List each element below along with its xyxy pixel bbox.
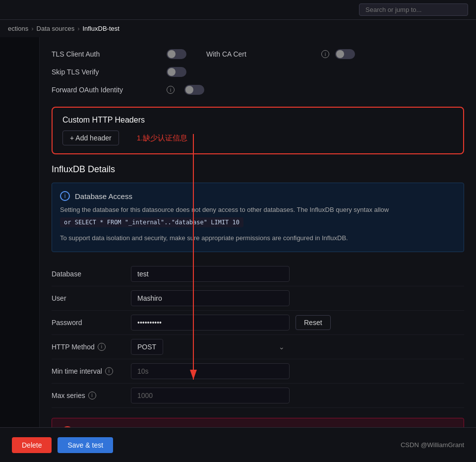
reset-button[interactable]: Reset bbox=[296, 315, 331, 330]
forward-oauth-info-icon[interactable]: i bbox=[167, 86, 175, 94]
database-label: Database bbox=[52, 270, 131, 278]
db-access-desc2: To support data isolation and security, … bbox=[60, 233, 456, 244]
user-label: User bbox=[52, 294, 131, 302]
http-method-select-wrapper: POST GET ⌄ bbox=[131, 339, 290, 355]
database-field-row: Database bbox=[52, 262, 464, 286]
save-test-button[interactable]: Save & test bbox=[58, 437, 113, 453]
db-access-icon: i bbox=[60, 191, 70, 201]
max-series-info-icon[interactable]: i bbox=[88, 392, 96, 399]
max-series-input[interactable] bbox=[131, 388, 290, 403]
tls-client-auth-toggle[interactable] bbox=[167, 49, 186, 59]
db-access-title: Database Access bbox=[75, 192, 132, 200]
sidebar bbox=[0, 37, 40, 460]
delete-button[interactable]: Delete bbox=[12, 437, 52, 453]
min-time-interval-field-row: Min time interval i bbox=[52, 359, 464, 384]
annotation-text: 1.缺少认证信息 bbox=[137, 133, 188, 143]
with-ca-cert-label: With CA Cert bbox=[206, 50, 315, 58]
breadcrumb-datasources[interactable]: Data sources bbox=[37, 25, 75, 32]
http-method-label: HTTP Method i bbox=[52, 343, 131, 351]
custom-headers-title: Custom HTTP Headers bbox=[62, 116, 453, 125]
user-input[interactable] bbox=[131, 290, 290, 306]
add-header-button[interactable]: + Add header bbox=[62, 131, 119, 145]
http-method-select[interactable]: POST GET bbox=[131, 339, 163, 355]
forward-oauth-toggle[interactable] bbox=[184, 85, 204, 95]
password-input[interactable] bbox=[131, 315, 290, 330]
db-access-code: or SELECT * FROM "_internal".."database"… bbox=[60, 217, 243, 227]
watermark-text: CSDN @WilliamGrant bbox=[401, 441, 464, 449]
breadcrumb-connections[interactable]: ections bbox=[8, 25, 28, 32]
password-label: Password bbox=[52, 319, 131, 327]
user-field-row: User bbox=[52, 286, 464, 311]
db-access-desc1: Setting the database for this datasource… bbox=[60, 205, 456, 215]
tls-section: TLS Client Auth With CA Cert i Sk bbox=[52, 45, 464, 99]
breadcrumb-sep-2: › bbox=[77, 25, 79, 32]
main-content: TLS Client Auth With CA Cert i Sk bbox=[40, 37, 476, 460]
breadcrumb: ections › Data sources › InfluxDB-test bbox=[0, 20, 476, 37]
max-series-label: Max series i bbox=[52, 392, 131, 399]
min-time-info-icon[interactable]: i bbox=[105, 367, 113, 375]
password-field-row: Password Reset bbox=[52, 311, 464, 335]
min-time-interval-label: Min time interval i bbox=[52, 367, 131, 375]
min-time-input[interactable] bbox=[131, 363, 290, 379]
with-ca-cert-info-icon[interactable]: i bbox=[321, 50, 329, 58]
search-input[interactable] bbox=[359, 3, 468, 16]
influxdb-section-title: InfluxDB Details bbox=[52, 164, 464, 175]
http-method-info-icon[interactable]: i bbox=[98, 343, 106, 351]
database-input[interactable] bbox=[131, 266, 290, 282]
db-access-info-box: i Database Access Setting the database f… bbox=[52, 183, 464, 252]
breadcrumb-sep-1: › bbox=[31, 25, 33, 32]
max-series-field-row: Max series i bbox=[52, 384, 464, 408]
influxdb-section: InfluxDB Details i Database Access Setti… bbox=[52, 164, 464, 408]
skip-tls-toggle[interactable] bbox=[167, 67, 186, 77]
top-bar bbox=[0, 0, 476, 20]
action-buttons: Delete Save & test bbox=[12, 437, 113, 453]
forward-oauth-label: Forward OAuth Identity bbox=[52, 86, 161, 94]
with-ca-cert-toggle[interactable] bbox=[335, 49, 355, 59]
breadcrumb-current: InfluxDB-test bbox=[82, 25, 119, 32]
custom-headers-section: Custom HTTP Headers + Add header 1.缺少认证信… bbox=[52, 107, 464, 154]
chevron-down-icon: ⌄ bbox=[279, 343, 285, 351]
tls-client-auth-label: TLS Client Auth bbox=[52, 50, 161, 58]
skip-tls-label: Skip TLS Verify bbox=[52, 68, 161, 76]
action-bar: Delete Save & test CSDN @WilliamGrant bbox=[0, 427, 476, 462]
http-method-field-row: HTTP Method i POST GET ⌄ bbox=[52, 335, 464, 359]
